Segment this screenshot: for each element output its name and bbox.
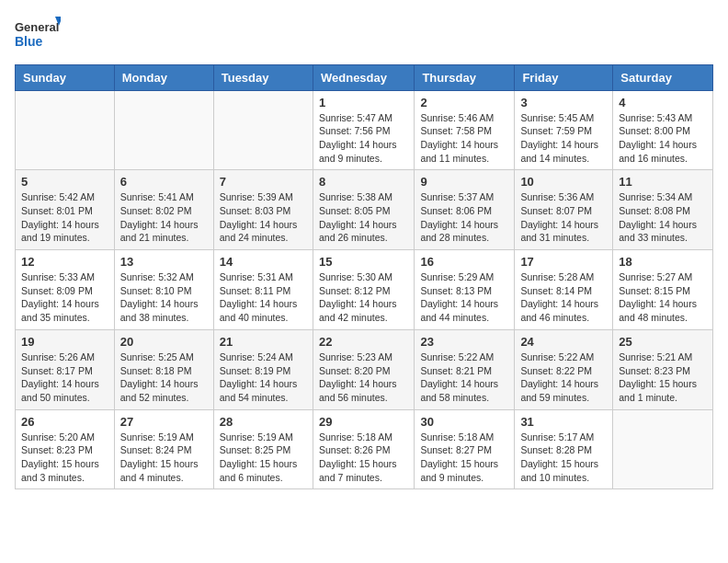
calendar-cell: 2Sunrise: 5:46 AM Sunset: 7:58 PM Daylig…: [415, 90, 515, 170]
day-info: Sunrise: 5:43 AM Sunset: 8:00 PM Dayligh…: [619, 111, 707, 166]
calendar-cell: 18Sunrise: 5:27 AM Sunset: 8:15 PM Dayli…: [613, 250, 713, 330]
day-info: Sunrise: 5:25 AM Sunset: 8:18 PM Dayligh…: [120, 350, 208, 405]
day-info: Sunrise: 5:33 AM Sunset: 8:09 PM Dayligh…: [21, 270, 108, 325]
calendar-cell: 13Sunrise: 5:32 AM Sunset: 8:10 PM Dayli…: [114, 250, 213, 330]
calendar-cell: 25Sunrise: 5:21 AM Sunset: 8:23 PM Dayli…: [613, 329, 713, 409]
day-of-week-monday: Monday: [114, 64, 213, 90]
calendar-cell: 7Sunrise: 5:39 AM Sunset: 8:03 PM Daylig…: [213, 170, 313, 250]
day-of-week-friday: Friday: [515, 64, 613, 90]
day-number: 5: [21, 175, 108, 189]
day-info: Sunrise: 5:37 AM Sunset: 8:06 PM Dayligh…: [420, 190, 508, 245]
day-number: 31: [520, 415, 607, 429]
day-info: Sunrise: 5:18 AM Sunset: 8:27 PM Dayligh…: [420, 431, 508, 485]
day-number: 26: [21, 415, 108, 429]
day-info: Sunrise: 5:21 AM Sunset: 8:23 PM Dayligh…: [619, 350, 707, 405]
day-info: Sunrise: 5:34 AM Sunset: 8:08 PM Dayligh…: [619, 190, 707, 245]
calendar-cell: 16Sunrise: 5:29 AM Sunset: 8:13 PM Dayli…: [415, 250, 515, 330]
calendar-cell: 26Sunrise: 5:20 AM Sunset: 8:23 PM Dayli…: [16, 409, 115, 489]
day-info: Sunrise: 5:39 AM Sunset: 8:03 PM Dayligh…: [220, 190, 307, 245]
day-number: 20: [120, 335, 208, 349]
calendar-cell: 21Sunrise: 5:24 AM Sunset: 8:19 PM Dayli…: [213, 329, 313, 409]
day-info: Sunrise: 5:45 AM Sunset: 7:59 PM Dayligh…: [520, 111, 607, 166]
calendar-cell: 28Sunrise: 5:19 AM Sunset: 8:25 PM Dayli…: [213, 409, 313, 489]
day-of-week-thursday: Thursday: [415, 64, 515, 90]
day-number: 15: [319, 255, 408, 269]
day-info: Sunrise: 5:47 AM Sunset: 7:56 PM Dayligh…: [319, 111, 408, 166]
day-number: 4: [619, 96, 707, 109]
logo-svg: General Blue: [15, 15, 61, 52]
calendar-week-3: 12Sunrise: 5:33 AM Sunset: 8:09 PM Dayli…: [16, 250, 713, 330]
day-info: Sunrise: 5:28 AM Sunset: 8:14 PM Dayligh…: [520, 270, 607, 325]
day-info: Sunrise: 5:24 AM Sunset: 8:19 PM Dayligh…: [220, 350, 307, 405]
calendar-cell: [16, 90, 115, 170]
calendar-cell: [213, 90, 313, 170]
calendar-cell: 17Sunrise: 5:28 AM Sunset: 8:14 PM Dayli…: [515, 250, 613, 330]
logo: General Blue: [15, 15, 61, 55]
day-number: 14: [220, 255, 307, 269]
day-of-week-saturday: Saturday: [613, 64, 713, 90]
day-number: 18: [619, 255, 707, 269]
calendar-cell: 6Sunrise: 5:41 AM Sunset: 8:02 PM Daylig…: [114, 170, 213, 250]
day-info: Sunrise: 5:42 AM Sunset: 8:01 PM Dayligh…: [21, 190, 108, 245]
calendar-cell: [114, 90, 213, 170]
day-number: 16: [420, 255, 508, 269]
calendar-cell: 24Sunrise: 5:22 AM Sunset: 8:22 PM Dayli…: [515, 329, 613, 409]
logo-container: General Blue: [15, 15, 61, 55]
day-number: 10: [520, 175, 607, 189]
calendar-cell: 9Sunrise: 5:37 AM Sunset: 8:06 PM Daylig…: [415, 170, 515, 250]
calendar-week-5: 26Sunrise: 5:20 AM Sunset: 8:23 PM Dayli…: [16, 409, 713, 489]
calendar-body: 1Sunrise: 5:47 AM Sunset: 7:56 PM Daylig…: [16, 90, 713, 489]
day-info: Sunrise: 5:19 AM Sunset: 8:25 PM Dayligh…: [220, 431, 307, 485]
day-number: 2: [420, 96, 508, 109]
day-number: 3: [520, 96, 607, 109]
calendar-cell: 27Sunrise: 5:19 AM Sunset: 8:24 PM Dayli…: [114, 409, 213, 489]
day-number: 29: [319, 415, 408, 429]
calendar-cell: 29Sunrise: 5:18 AM Sunset: 8:26 PM Dayli…: [313, 409, 414, 489]
day-info: Sunrise: 5:20 AM Sunset: 8:23 PM Dayligh…: [21, 431, 108, 485]
calendar-week-2: 5Sunrise: 5:42 AM Sunset: 8:01 PM Daylig…: [16, 170, 713, 250]
day-number: 1: [319, 96, 408, 109]
day-number: 28: [220, 415, 307, 429]
day-number: 13: [120, 255, 208, 269]
day-number: 25: [619, 335, 707, 349]
day-info: Sunrise: 5:38 AM Sunset: 8:05 PM Dayligh…: [319, 190, 408, 245]
day-number: 17: [520, 255, 607, 269]
svg-text:Blue: Blue: [15, 34, 43, 49]
calendar-cell: 11Sunrise: 5:34 AM Sunset: 8:08 PM Dayli…: [613, 170, 713, 250]
calendar-cell: 4Sunrise: 5:43 AM Sunset: 8:00 PM Daylig…: [613, 90, 713, 170]
calendar-cell: 23Sunrise: 5:22 AM Sunset: 8:21 PM Dayli…: [415, 329, 515, 409]
day-info: Sunrise: 5:18 AM Sunset: 8:26 PM Dayligh…: [319, 431, 408, 485]
calendar-table: SundayMondayTuesdayWednesdayThursdayFrid…: [15, 64, 713, 490]
calendar-cell: 1Sunrise: 5:47 AM Sunset: 7:56 PM Daylig…: [313, 90, 414, 170]
calendar-cell: 22Sunrise: 5:23 AM Sunset: 8:20 PM Dayli…: [313, 329, 414, 409]
day-number: 8: [319, 175, 408, 189]
day-number: 23: [420, 335, 508, 349]
day-number: 11: [619, 175, 707, 189]
day-info: Sunrise: 5:31 AM Sunset: 8:11 PM Dayligh…: [220, 270, 307, 325]
calendar-week-4: 19Sunrise: 5:26 AM Sunset: 8:17 PM Dayli…: [16, 329, 713, 409]
calendar-cell: 15Sunrise: 5:30 AM Sunset: 8:12 PM Dayli…: [313, 250, 414, 330]
calendar-cell: 14Sunrise: 5:31 AM Sunset: 8:11 PM Dayli…: [213, 250, 313, 330]
day-info: Sunrise: 5:46 AM Sunset: 7:58 PM Dayligh…: [420, 111, 508, 166]
calendar-cell: 31Sunrise: 5:17 AM Sunset: 8:28 PM Dayli…: [515, 409, 613, 489]
day-info: Sunrise: 5:41 AM Sunset: 8:02 PM Dayligh…: [120, 190, 208, 245]
day-info: Sunrise: 5:32 AM Sunset: 8:10 PM Dayligh…: [120, 270, 208, 325]
calendar-cell: 10Sunrise: 5:36 AM Sunset: 8:07 PM Dayli…: [515, 170, 613, 250]
calendar-cell: 30Sunrise: 5:18 AM Sunset: 8:27 PM Dayli…: [415, 409, 515, 489]
day-number: 19: [21, 335, 108, 349]
day-number: 22: [319, 335, 408, 349]
calendar-cell: 5Sunrise: 5:42 AM Sunset: 8:01 PM Daylig…: [16, 170, 115, 250]
calendar-header: SundayMondayTuesdayWednesdayThursdayFrid…: [16, 64, 713, 90]
day-number: 30: [420, 415, 508, 429]
calendar-cell: 12Sunrise: 5:33 AM Sunset: 8:09 PM Dayli…: [16, 250, 115, 330]
day-of-week-wednesday: Wednesday: [313, 64, 414, 90]
day-number: 6: [120, 175, 208, 189]
calendar-cell: 8Sunrise: 5:38 AM Sunset: 8:05 PM Daylig…: [313, 170, 414, 250]
day-info: Sunrise: 5:26 AM Sunset: 8:17 PM Dayligh…: [21, 350, 108, 405]
day-info: Sunrise: 5:23 AM Sunset: 8:20 PM Dayligh…: [319, 350, 408, 405]
day-number: 9: [420, 175, 508, 189]
day-info: Sunrise: 5:17 AM Sunset: 8:28 PM Dayligh…: [520, 431, 607, 485]
calendar-cell: 3Sunrise: 5:45 AM Sunset: 7:59 PM Daylig…: [515, 90, 613, 170]
page-header: General Blue: [15, 15, 713, 55]
day-number: 24: [520, 335, 607, 349]
